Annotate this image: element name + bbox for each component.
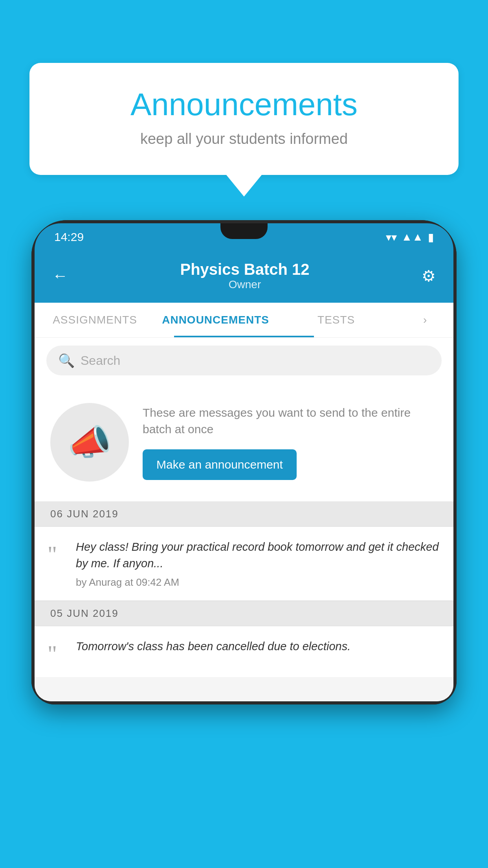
notch xyxy=(220,223,268,239)
make-announcement-button[interactable]: Make an announcement xyxy=(143,449,297,480)
tab-tests[interactable]: TESTS xyxy=(276,303,396,337)
date-separator-2: 05 JUN 2019 xyxy=(35,601,453,626)
tab-announcements[interactable]: ANNOUNCEMENTS xyxy=(155,303,276,337)
search-bar[interactable]: 🔍 Search xyxy=(46,346,442,375)
phone-screen: 14:29 ▾▾ ▲▲ ▮ ← Physics Batch 12 Owner ⚙ xyxy=(31,220,457,704)
user-role: Owner xyxy=(68,278,422,291)
tab-more[interactable]: › xyxy=(396,303,453,337)
app-header: ← Physics Batch 12 Owner ⚙ xyxy=(35,251,453,303)
header-title-block: Physics Batch 12 Owner xyxy=(68,261,422,291)
wifi-icon: ▾▾ xyxy=(386,231,397,244)
announcement-item-2[interactable]: " Tomorrow's class has been cancelled du… xyxy=(35,626,453,678)
settings-icon[interactable]: ⚙ xyxy=(422,267,436,285)
batch-name: Physics Batch 12 xyxy=(68,261,422,278)
announcement-text-2: Tomorrow's class has been cancelled due … xyxy=(76,638,440,659)
megaphone-circle: 📣 xyxy=(50,403,129,482)
prompt-description: These are messages you want to send to t… xyxy=(143,405,438,438)
quote-icon-block-1: " xyxy=(35,539,70,566)
announcement-prompt: 📣 These are messages you want to send to… xyxy=(35,383,453,502)
speech-bubble-card: Announcements keep all your students inf… xyxy=(29,63,459,175)
quote-icon-block-2: " xyxy=(35,638,70,666)
status-bar: 14:29 ▾▾ ▲▲ ▮ xyxy=(35,223,453,251)
quote-icon-1: " xyxy=(48,542,57,566)
speech-bubble-section: Announcements keep all your students inf… xyxy=(29,63,459,197)
tab-active-indicator xyxy=(174,336,314,337)
battery-icon: ▮ xyxy=(428,231,434,244)
announcement-item-1[interactable]: " Hey class! Bring your practical record… xyxy=(35,527,453,601)
phone-frame: 14:29 ▾▾ ▲▲ ▮ ← Physics Batch 12 Owner ⚙ xyxy=(31,220,457,704)
status-icons: ▾▾ ▲▲ ▮ xyxy=(386,231,434,244)
back-button[interactable]: ← xyxy=(52,267,68,285)
prompt-right: These are messages you want to send to t… xyxy=(143,405,438,480)
phone-bottom xyxy=(35,678,453,701)
announcement-meta-1: by Anurag at 09:42 AM xyxy=(76,576,440,588)
tab-assignments[interactable]: ASSIGNMENTS xyxy=(35,303,155,337)
megaphone-icon: 📣 xyxy=(68,422,112,463)
tab-bar: ASSIGNMENTS ANNOUNCEMENTS TESTS › xyxy=(35,303,453,338)
signal-icon: ▲▲ xyxy=(402,231,423,243)
quote-icon-2: " xyxy=(48,642,57,666)
phone-mockup: 14:29 ▾▾ ▲▲ ▮ ← Physics Batch 12 Owner ⚙ xyxy=(31,220,457,868)
speech-bubble-arrow xyxy=(226,175,262,197)
search-input[interactable]: Search xyxy=(81,353,120,368)
status-time: 14:29 xyxy=(54,230,84,244)
content-area: 🔍 Search 📣 These are messages you want t… xyxy=(35,338,453,701)
date-separator-1: 06 JUN 2019 xyxy=(35,502,453,527)
announcement-message-1: Hey class! Bring your practical record b… xyxy=(76,539,440,572)
bubble-title: Announcements xyxy=(61,86,427,123)
announcement-message-2: Tomorrow's class has been cancelled due … xyxy=(76,638,440,655)
search-icon: 🔍 xyxy=(58,353,75,368)
announcement-text-1: Hey class! Bring your practical record b… xyxy=(76,539,440,588)
search-bar-wrapper: 🔍 Search xyxy=(35,338,453,383)
bubble-subtitle: keep all your students informed xyxy=(61,131,427,147)
